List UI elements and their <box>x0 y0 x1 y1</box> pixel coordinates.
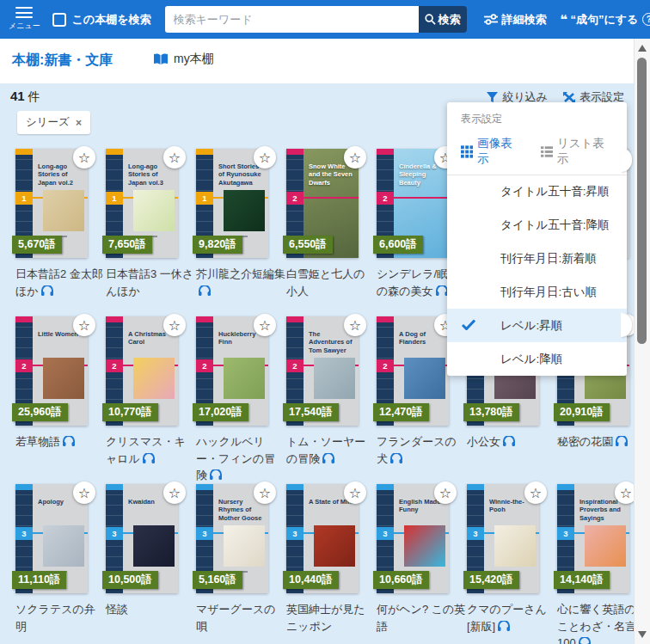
spine-top-band <box>15 316 33 322</box>
book-cover[interactable]: 2A Dog of Flanders12,470語☆ <box>377 316 449 426</box>
book-title-link[interactable]: クマのプーさん[新版] <box>467 601 556 635</box>
menu-label: メニュー <box>9 21 40 32</box>
audio-icon <box>616 436 628 446</box>
book-card: 1Long-ago Stories of Japan vol.37,650語☆日… <box>106 149 178 316</box>
level-badge: 1 <box>106 192 123 205</box>
favorite-star-button[interactable]: ☆ <box>254 146 276 169</box>
book-cover[interactable]: 3Apology11,110語☆ <box>15 484 88 593</box>
favorite-star-button[interactable]: ☆ <box>163 146 186 169</box>
book-card: 2Snow White and the Seven Dwarfs6,550語☆白… <box>286 149 359 316</box>
book-cover[interactable]: 2Huckleberry Finn17,020語☆ <box>196 316 268 426</box>
book-cover[interactable]: 3Winnie-the-Pooh15,420語☆ <box>467 484 539 593</box>
word-count-badge: 10,770語 <box>102 403 158 421</box>
book-cover[interactable]: 2Little Women25,960語☆ <box>15 316 88 426</box>
spine-top-band <box>106 316 123 322</box>
top-bar: メニュー この本棚を検索 検索 詳細検索 ❝ “成句”にする ? <box>0 0 650 39</box>
book-title: マザーグースの唄 <box>196 603 276 633</box>
sliders-icon <box>484 14 498 25</box>
book-title-link[interactable]: ソクラテスの弁明 <box>15 601 105 635</box>
favorite-star-button[interactable]: ☆ <box>344 481 366 504</box>
book-cover[interactable]: 2Snow White and the Seven Dwarfs6,550語☆ <box>286 149 359 258</box>
scope-checkbox[interactable] <box>52 13 66 27</box>
book-title-link[interactable]: ハックルベリー・フィンの冒険 <box>196 433 285 484</box>
scroll-down-arrow[interactable] <box>638 631 647 638</box>
sort-option[interactable]: 刊行年月日:古い順 <box>447 275 627 309</box>
book-title-link[interactable]: フランダースの犬 <box>377 433 466 467</box>
favorite-star-button[interactable]: ☆ <box>344 146 366 169</box>
book-title-link[interactable]: マザーグースの唄 <box>196 601 285 635</box>
book-cover[interactable]: 3Nursery Rhymes of Mother Goose5,160語☆ <box>196 484 268 593</box>
sort-option[interactable]: レベル:降順 <box>447 342 627 376</box>
word-count-badge: 6,550語 <box>283 236 333 254</box>
book-title-link[interactable]: 芥川龍之介短編集 <box>196 266 285 299</box>
favorite-star-button[interactable]: ☆ <box>434 481 457 504</box>
sort-option[interactable]: レベル:昇順 <box>447 309 627 342</box>
book-title-link[interactable]: 小公女 <box>467 433 556 451</box>
book-title-link[interactable]: 怪談 <box>106 601 195 618</box>
favorite-star-button[interactable]: ☆ <box>73 314 95 336</box>
spine-top-band <box>377 149 394 155</box>
cover-illustration <box>494 525 536 567</box>
sort-option[interactable]: タイトル五十音:降順 <box>447 209 627 242</box>
book-title: 日本昔話3 一休さんほか <box>106 267 193 297</box>
book-title: 白雪姫と七人の小人 <box>286 267 365 297</box>
book-cover[interactable]: 1Long-ago Stories of Japan vol.25,670語☆ <box>15 149 88 258</box>
favorite-star-button[interactable]: ☆ <box>254 481 276 504</box>
book-title-link[interactable]: 若草物語 <box>15 433 105 451</box>
book-cover[interactable]: 2A Christmas Carol10,770語☆ <box>106 316 178 426</box>
spine-top-band <box>106 484 123 490</box>
favorite-star-button[interactable]: ☆ <box>163 481 186 504</box>
sort-option[interactable]: タイトル五十音:昇順 <box>447 175 627 209</box>
level-badge: 2 <box>15 359 33 372</box>
favorite-star-button[interactable]: ☆ <box>163 314 186 336</box>
search-scope-toggle[interactable]: この本棚を検索 <box>52 12 151 28</box>
chip-remove-icon[interactable]: × <box>76 117 82 129</box>
page-header: 本棚:新書・文庫 my本棚 <box>0 39 650 83</box>
book-cover[interactable]: 1Long-ago Stories of Japan vol.37,650語☆ <box>106 149 178 258</box>
scrollbar-thumb[interactable] <box>637 58 647 344</box>
book-cover[interactable]: 3English Made Funny10,660語☆ <box>377 484 449 593</box>
book-cover[interactable]: 3Inspirational Proverbs and Sayings14,14… <box>557 484 629 593</box>
search-input[interactable] <box>165 6 419 33</box>
book-title-link[interactable]: 白雪姫と七人の小人 <box>286 266 376 299</box>
book-cover[interactable]: 2Cinderella & Sleeping Beauty6,600語☆ <box>377 149 449 258</box>
advanced-search-button[interactable]: 詳細検索 <box>484 12 547 28</box>
book-cover[interactable]: 3A State of Mind10,440語☆ <box>286 484 359 593</box>
level-badge: 2 <box>106 359 123 372</box>
favorite-star-button[interactable]: ☆ <box>344 314 366 336</box>
favorite-star-button[interactable]: ☆ <box>524 481 547 504</box>
spine-top-band <box>377 484 394 490</box>
level-badge: 3 <box>15 527 33 540</box>
audio-icon <box>199 285 211 296</box>
sort-option[interactable]: 刊行年月日:新着順 <box>447 242 627 276</box>
book-title-link[interactable]: トム・ソーヤーの冒険 <box>286 433 376 467</box>
book-cover[interactable]: 3Kwaidan10,500語☆ <box>106 484 178 593</box>
image-view-option[interactable]: 画像表示 <box>461 136 522 167</box>
favorite-star-button[interactable]: ☆ <box>73 481 95 504</box>
word-count-badge: 10,440語 <box>283 571 339 589</box>
tab-my-shelf[interactable]: my本棚 <box>153 52 214 67</box>
book-title-link[interactable]: 日本昔話2 金太郎ほか <box>15 266 105 299</box>
level-badge: 3 <box>196 527 213 540</box>
help-icon[interactable]: ? <box>642 13 650 26</box>
list-view-option[interactable]: リスト表示 <box>541 136 613 167</box>
level-line <box>394 197 449 199</box>
book-title-link[interactable]: 日本昔話3 一休さんほか <box>106 266 195 299</box>
favorite-star-button[interactable]: ☆ <box>73 146 95 169</box>
menu-button[interactable]: メニュー <box>9 7 40 32</box>
scroll-up-arrow[interactable] <box>638 45 647 52</box>
book-title-link[interactable]: 何がヘン? この英語 <box>377 601 466 635</box>
search-button[interactable]: 検索 <box>419 6 467 33</box>
favorite-star-button[interactable]: ☆ <box>254 314 276 336</box>
book-title-link[interactable]: 英国紳士が見たニッポン <box>286 601 376 635</box>
word-count-badge: 11,110語 <box>12 571 66 589</box>
audio-icon <box>210 469 222 480</box>
phrase-toggle-button[interactable]: ❝ “成句”にする ? <box>561 12 650 28</box>
book-title-link[interactable]: クリスマス・キャロル <box>106 433 195 467</box>
book-cover[interactable]: 2The Adventures of Tom Sawyer17,540語☆ <box>286 316 359 426</box>
scrollbar[interactable] <box>634 39 650 644</box>
side-handle[interactable] <box>621 148 632 172</box>
filter-chip-series[interactable]: シリーズ × <box>17 111 90 134</box>
book-cover[interactable]: 1Short Stories of Ryunosuke Akutagawa9,8… <box>196 149 268 258</box>
word-count-badge: 7,650語 <box>102 236 152 254</box>
